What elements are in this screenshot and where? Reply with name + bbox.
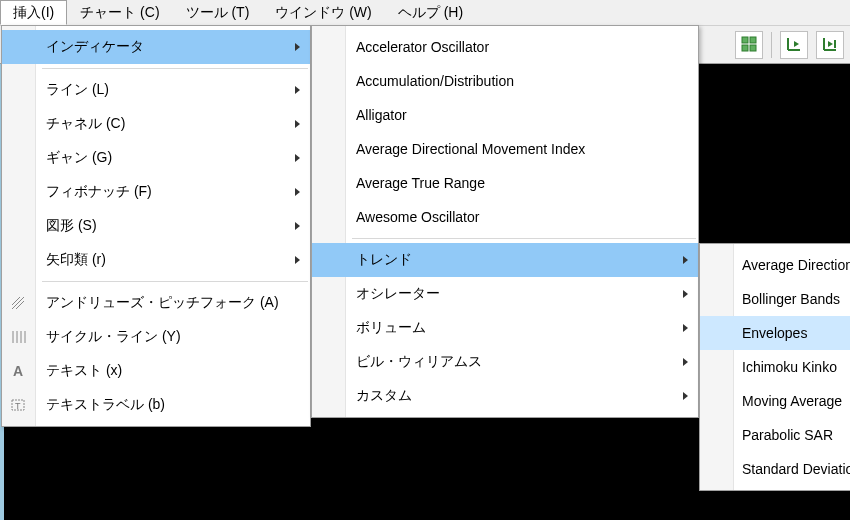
submenu-arrow-icon [295, 120, 300, 128]
menu-item-lines[interactable]: ライン (L) [2, 73, 310, 107]
menu-item-envelopes[interactable]: Envelopes [700, 316, 850, 350]
menu-window[interactable]: ウインドウ (W) [262, 0, 384, 25]
menu-item-average-directional[interactable]: Average Directional [700, 248, 850, 282]
menu-item-cycle-lines[interactable]: サイクル・ライン (Y) [2, 320, 310, 354]
menu-item-adx[interactable]: Average Directional Movement Index [312, 132, 698, 166]
menu-item-label: Bollinger Bands [742, 291, 840, 307]
submenu-arrow-icon [295, 86, 300, 94]
menu-item-label: サイクル・ライン (Y) [46, 328, 181, 346]
menu-item-andrews-pitchfork[interactable]: アンドリューズ・ピッチフォーク (A) [2, 286, 310, 320]
menu-item-awesome-oscillator[interactable]: Awesome Oscillator [312, 200, 698, 234]
submenu-arrow-icon [683, 290, 688, 298]
insert-menu-dropdown: インディケータ ライン (L) チャネル (C) ギャン (G) フィボナッチ … [1, 25, 311, 427]
menu-item-label: テキスト (x) [46, 362, 122, 380]
menu-label: ヘルプ (H) [398, 4, 463, 22]
menu-item-label: Standard Deviation [742, 461, 850, 477]
menubar: 挿入(I) チャート (C) ツール (T) ウインドウ (W) ヘルプ (H) [0, 0, 850, 26]
cycle-lines-icon [9, 328, 27, 346]
menu-item-label: フィボナッチ (F) [46, 183, 152, 201]
trend-submenu: Average Directional Bollinger Bands Enve… [699, 243, 850, 491]
menu-item-label: Average Directional [742, 257, 850, 273]
menu-item-indicators[interactable]: インディケータ [2, 30, 310, 64]
menu-item-label: アンドリューズ・ピッチフォーク (A) [46, 294, 279, 312]
menu-item-label: Alligator [356, 107, 407, 123]
window-tile-button[interactable] [735, 31, 763, 59]
menu-item-label: インディケータ [46, 38, 144, 56]
menu-item-channels[interactable]: チャネル (C) [2, 107, 310, 141]
menu-item-moving-average[interactable]: Moving Average [700, 384, 850, 418]
submenu-arrow-icon [683, 256, 688, 264]
toolbar-separator [771, 32, 772, 58]
menu-item-bill-williams[interactable]: ビル・ウィリアムス [312, 345, 698, 379]
menu-item-volumes[interactable]: ボリューム [312, 311, 698, 345]
menu-item-accelerator-oscillator[interactable]: Accelerator Oscillator [312, 30, 698, 64]
menu-help[interactable]: ヘルプ (H) [385, 0, 476, 25]
chart-shift-icon [786, 36, 802, 55]
menu-separator [42, 68, 308, 69]
menu-item-text[interactable]: A テキスト (x) [2, 354, 310, 388]
menu-item-atr[interactable]: Average True Range [312, 166, 698, 200]
menu-item-label: チャネル (C) [46, 115, 125, 133]
svg-marker-6 [794, 41, 799, 47]
submenu-arrow-icon [295, 188, 300, 196]
menu-label: ツール (T) [186, 4, 250, 22]
submenu-arrow-icon [683, 358, 688, 366]
menu-item-label: Awesome Oscillator [356, 209, 479, 225]
svg-rect-2 [742, 45, 748, 51]
submenu-arrow-icon [295, 43, 300, 51]
menu-label: チャート (C) [80, 4, 159, 22]
menu-item-label: テキストラベル (b) [46, 396, 165, 414]
menu-item-trend[interactable]: トレンド [312, 243, 698, 277]
menu-item-accumulation-distribution[interactable]: Accumulation/Distribution [312, 64, 698, 98]
menu-item-parabolic-sar[interactable]: Parabolic SAR [700, 418, 850, 452]
chart-shift-button[interactable] [780, 31, 808, 59]
menu-item-label: Accumulation/Distribution [356, 73, 514, 89]
menu-item-label: カスタム [356, 387, 412, 405]
menu-item-arrows[interactable]: 矢印類 (r) [2, 243, 310, 277]
svg-rect-0 [742, 37, 748, 43]
menu-separator [352, 238, 696, 239]
menu-item-label: Moving Average [742, 393, 842, 409]
menu-item-label: ギャン (G) [46, 149, 112, 167]
menu-item-label: トレンド [356, 251, 412, 269]
menu-item-label: オシレーター [356, 285, 440, 303]
menu-item-gann[interactable]: ギャン (G) [2, 141, 310, 175]
text-label-icon: T [9, 396, 27, 414]
menu-item-text-label[interactable]: T テキストラベル (b) [2, 388, 310, 422]
menu-item-label: ボリューム [356, 319, 426, 337]
submenu-arrow-icon [683, 324, 688, 332]
menu-item-oscillators[interactable]: オシレーター [312, 277, 698, 311]
menu-item-label: Envelopes [742, 325, 807, 341]
submenu-arrow-icon [295, 154, 300, 162]
window-tile-icon [741, 36, 757, 55]
text-icon: A [9, 362, 27, 380]
chart-shift-end-button[interactable] [816, 31, 844, 59]
menu-item-bollinger-bands[interactable]: Bollinger Bands [700, 282, 850, 316]
svg-text:T: T [15, 401, 21, 411]
menu-label: 挿入(I) [13, 4, 54, 22]
svg-marker-9 [828, 41, 833, 47]
menu-tools[interactable]: ツール (T) [173, 0, 263, 25]
svg-rect-3 [750, 45, 756, 51]
submenu-arrow-icon [295, 256, 300, 264]
menu-item-label: ライン (L) [46, 81, 109, 99]
menu-item-fibonacci[interactable]: フィボナッチ (F) [2, 175, 310, 209]
menu-item-label: Ichimoku Kinko [742, 359, 837, 375]
pitchfork-icon [9, 294, 27, 312]
indicators-submenu: Accelerator Oscillator Accumulation/Dist… [311, 25, 699, 418]
menu-item-label: Accelerator Oscillator [356, 39, 489, 55]
menu-item-alligator[interactable]: Alligator [312, 98, 698, 132]
menu-separator [42, 281, 308, 282]
menu-item-custom[interactable]: カスタム [312, 379, 698, 413]
menu-item-label: 図形 (S) [46, 217, 97, 235]
menu-item-label: Average Directional Movement Index [356, 141, 585, 157]
menu-item-shapes[interactable]: 図形 (S) [2, 209, 310, 243]
menu-insert[interactable]: 挿入(I) [0, 0, 67, 25]
menu-item-ichimoku[interactable]: Ichimoku Kinko [700, 350, 850, 384]
svg-line-12 [12, 297, 20, 305]
chart-shift-end-icon [822, 36, 838, 55]
submenu-arrow-icon [295, 222, 300, 230]
menu-chart[interactable]: チャート (C) [67, 0, 172, 25]
menu-item-standard-deviation[interactable]: Standard Deviation [700, 452, 850, 486]
svg-rect-1 [750, 37, 756, 43]
